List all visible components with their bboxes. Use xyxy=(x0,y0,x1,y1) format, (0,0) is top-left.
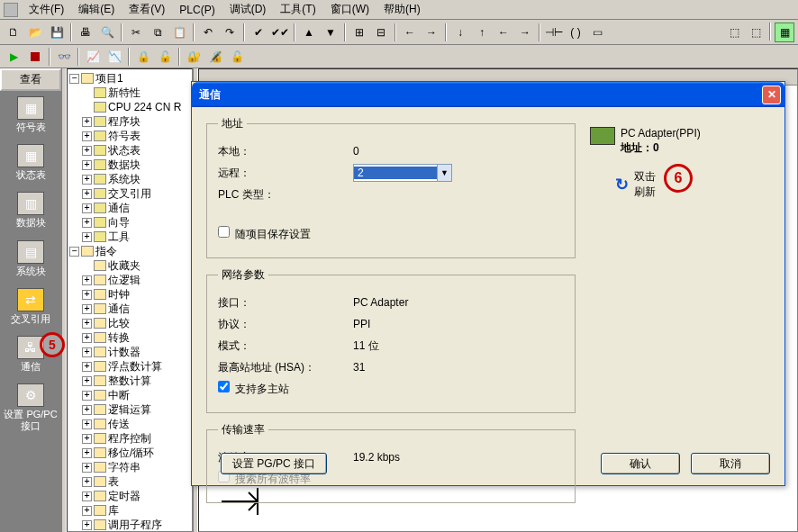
ok-button[interactable]: 确认 xyxy=(601,453,680,474)
menu-debug[interactable]: 调试(D) xyxy=(222,0,274,19)
tree-item[interactable]: +传送 xyxy=(69,417,190,431)
expand-icon[interactable]: + xyxy=(82,275,92,285)
chart2-button[interactable]: 📉 xyxy=(104,47,124,67)
menu-tools[interactable]: 工具(T) xyxy=(273,0,322,19)
tree-item[interactable]: +库 xyxy=(69,503,190,518)
expand-icon[interactable]: + xyxy=(82,477,92,487)
expand-icon[interactable]: + xyxy=(82,232,92,242)
tree-item[interactable]: +浮点数计算 xyxy=(69,359,190,374)
expand-icon[interactable]: + xyxy=(82,506,92,516)
remote-combo[interactable]: 2 ▼ xyxy=(353,164,452,182)
line-left-button[interactable]: ← xyxy=(494,23,513,42)
menu-help[interactable]: 帮助(H) xyxy=(376,0,428,19)
tree-item[interactable]: 新特性 xyxy=(69,86,190,100)
tree-item[interactable]: +程序块 xyxy=(69,114,190,129)
download-button[interactable]: ▼ xyxy=(321,23,340,42)
insert-net-button[interactable]: ⊞ xyxy=(349,23,369,42)
dialog-titlebar[interactable]: 通信 ✕ xyxy=(192,82,784,107)
tree-item[interactable]: CPU 224 CN R xyxy=(69,100,190,114)
set-pgpc-button[interactable]: 设置 PG/PC 接口 xyxy=(221,453,327,474)
preview-button[interactable]: 🔍 xyxy=(97,23,117,42)
tree-item[interactable]: +通信 xyxy=(69,201,190,215)
tree-item[interactable]: +调用子程序 xyxy=(69,518,190,532)
expand-icon[interactable]: + xyxy=(82,160,92,170)
coil-button[interactable]: ( ) xyxy=(566,23,585,42)
tree-item[interactable]: 收藏夹 xyxy=(69,258,190,273)
new-button[interactable]: 🗋 xyxy=(4,23,23,42)
expand-icon[interactable]: + xyxy=(82,319,92,329)
expand-icon[interactable]: + xyxy=(82,203,92,213)
lock3-button[interactable]: 🔓 xyxy=(227,47,247,67)
adapter-node[interactable]: PC Adapter(PPI) 地址：0 xyxy=(590,127,770,155)
expand-icon[interactable]: + xyxy=(82,434,92,444)
save-with-project-checkbox[interactable]: 随项目保存设置 xyxy=(218,226,311,242)
sidebar-item-cross-ref[interactable]: ⇄ 交叉引用 xyxy=(0,283,61,330)
tree-item[interactable]: +比较 xyxy=(69,316,190,330)
undo-button[interactable]: ↶ xyxy=(198,23,218,42)
expand-icon[interactable]: + xyxy=(82,448,92,458)
menu-edit[interactable]: 编辑(E) xyxy=(71,0,122,19)
expand-icon[interactable]: + xyxy=(82,347,92,357)
expand-icon[interactable]: + xyxy=(82,376,92,386)
print-button[interactable]: 🖶 xyxy=(76,23,95,42)
menu-view[interactable]: 查看(V) xyxy=(122,0,172,19)
tree-item[interactable]: +符号表 xyxy=(69,129,190,143)
multi-master-checkbox[interactable]: 支持多主站 xyxy=(218,381,289,397)
expand-icon[interactable]: − xyxy=(69,247,79,257)
delete-net-button[interactable]: ⊟ xyxy=(371,23,391,42)
tree-item[interactable]: +计数器 xyxy=(69,345,190,359)
expand-icon[interactable]: + xyxy=(82,491,92,501)
expand-icon[interactable]: + xyxy=(82,463,92,473)
tree-item[interactable]: +向导 xyxy=(69,215,190,230)
line-down-button[interactable]: ↓ xyxy=(450,23,470,42)
expand-icon[interactable]: + xyxy=(82,419,92,429)
line-up-button[interactable]: ↑ xyxy=(472,23,492,42)
line-right-button[interactable]: → xyxy=(515,23,535,42)
upload-button[interactable]: ▲ xyxy=(299,23,319,42)
tree-item[interactable]: +整数计算 xyxy=(69,374,190,388)
expand-icon[interactable]: + xyxy=(82,405,92,415)
tree-item[interactable]: +转换 xyxy=(69,330,190,345)
expand-icon[interactable]: + xyxy=(82,391,92,401)
tree-commands-root[interactable]: 指令 xyxy=(95,244,117,258)
tree-item[interactable]: +系统块 xyxy=(69,172,190,186)
sidebar-item-data-block[interactable]: ▥ 数据块 xyxy=(0,186,61,234)
status-button[interactable]: ▦ xyxy=(775,23,794,42)
expand-icon[interactable]: + xyxy=(82,333,92,343)
tree-item[interactable]: +定时器 xyxy=(69,489,190,503)
expand-icon[interactable]: + xyxy=(82,520,92,530)
sidebar-item-pgpc[interactable]: ⚙ 设置 PG/PC 接口 xyxy=(0,378,61,437)
redo-button[interactable]: ↷ xyxy=(220,23,240,42)
compile-all-button[interactable]: ✔✔ xyxy=(270,23,290,42)
expand-icon[interactable]: + xyxy=(82,304,92,314)
sidebar-item-system-block[interactable]: ▤ 系统块 xyxy=(0,235,61,283)
box-button[interactable]: ▭ xyxy=(587,23,607,42)
lock2-button[interactable]: 🔏 xyxy=(205,47,225,67)
tree-item[interactable]: +逻辑运算 xyxy=(69,402,190,417)
sidebar-item-symbol-table[interactable]: ▦ 符号表 xyxy=(0,91,61,139)
tool-b-button[interactable]: ⬚ xyxy=(746,23,766,42)
project-tree[interactable]: −项目1 新特性CPU 224 CN R+程序块+符号表+状态表+数据块+系统块… xyxy=(67,68,193,532)
nav-fwd-button[interactable]: → xyxy=(422,23,441,42)
expand-icon[interactable]: − xyxy=(69,74,79,84)
tree-item[interactable]: +工具 xyxy=(69,230,190,244)
unforce-button[interactable]: 🔓 xyxy=(155,47,175,67)
expand-icon[interactable]: + xyxy=(82,175,92,185)
tree-item[interactable]: +程序控制 xyxy=(69,431,190,446)
expand-icon[interactable]: + xyxy=(82,131,92,141)
tree-item[interactable]: +交叉引用 xyxy=(69,186,190,201)
compile-button[interactable]: ✔ xyxy=(249,23,268,42)
tree-item[interactable]: +中断 xyxy=(69,388,190,402)
cancel-button[interactable]: 取消 xyxy=(691,453,770,474)
tree-item[interactable]: +位逻辑 xyxy=(69,273,190,287)
menu-window[interactable]: 窗口(W) xyxy=(323,0,376,19)
nav-back-button[interactable]: ← xyxy=(400,23,420,42)
tree-item[interactable]: +表 xyxy=(69,474,190,489)
menu-file[interactable]: 文件(F) xyxy=(22,0,71,19)
open-button[interactable]: 📂 xyxy=(25,23,45,42)
contact-button[interactable]: ⊣⊢ xyxy=(544,23,564,42)
tree-item[interactable]: +通信 xyxy=(69,302,190,316)
tool-a-button[interactable]: ⬚ xyxy=(724,23,744,42)
run-button[interactable]: ▶ xyxy=(4,47,23,67)
tree-item[interactable]: +状态表 xyxy=(69,143,190,158)
